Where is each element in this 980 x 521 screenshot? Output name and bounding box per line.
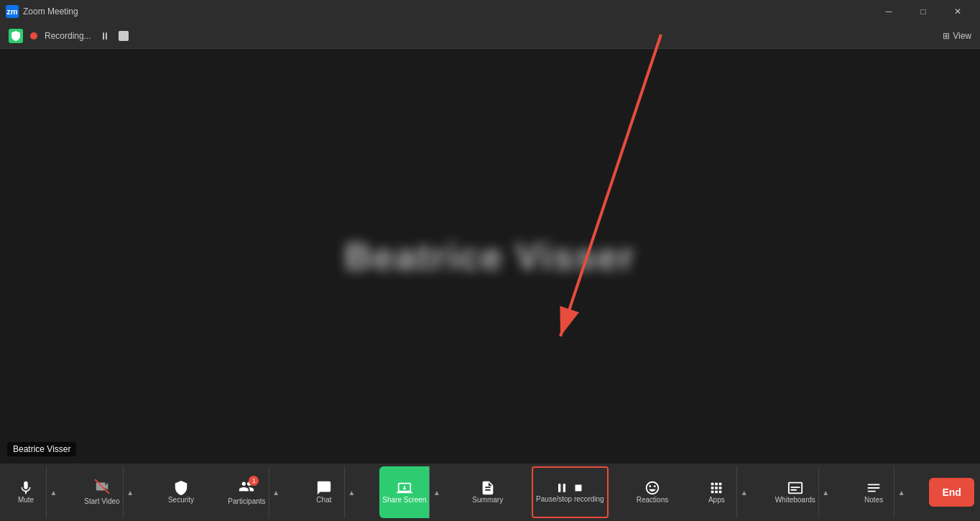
reactions-icon: [644, 480, 660, 496]
apps-label: Apps: [708, 496, 725, 504]
participant-name: Beatrice Visser: [345, 235, 636, 278]
title-left: zm Zoom Meeting: [6, 5, 78, 18]
notes-label: Notes: [864, 496, 883, 504]
window-controls: ─ □ ✕: [872, 0, 974, 23]
stop-icon: [572, 481, 585, 494]
notes-tool: Notes ▲: [854, 466, 908, 518]
reactions-label: Reactions: [637, 496, 668, 504]
security-button[interactable]: Security: [158, 466, 204, 518]
chat-arrow[interactable]: ▲: [344, 466, 359, 518]
pause-stop-icons: [555, 481, 585, 495]
mute-arrow[interactable]: ▲: [46, 466, 60, 518]
view-button[interactable]: ⊞ View: [943, 31, 971, 41]
recording-bar: Recording... ⏸ ⊞ View: [0, 23, 980, 49]
toolbar: Mute ▲ Start Video ▲ Security: [0, 464, 980, 521]
mute-label: Mute: [18, 496, 34, 504]
whiteboards-label: Whiteboards: [775, 496, 815, 504]
pause-icon: [555, 481, 569, 495]
recording-dot-icon: [30, 32, 37, 40]
video-tool: Start Video ▲: [81, 466, 137, 518]
share-screen-label: Share Screen: [382, 496, 426, 504]
summary-button[interactable]: Summary: [465, 466, 511, 518]
participants-icon-wrap: 1: [239, 479, 254, 497]
participants-button[interactable]: 1 Participants: [225, 466, 268, 518]
recording-pause-button[interactable]: ⏸: [98, 29, 111, 42]
summary-label: Summary: [472, 496, 503, 504]
participants-badge: 1: [249, 476, 259, 486]
chat-tool: Chat ▲: [304, 466, 359, 518]
participants-tool: 1 Participants ▲: [225, 466, 282, 518]
apps-button[interactable]: Apps: [696, 466, 736, 518]
apps-tool: Apps ▲: [696, 466, 751, 518]
grid-icon: ⊞: [943, 31, 950, 41]
whiteboards-arrow[interactable]: ▲: [818, 466, 833, 518]
whiteboards-tool: Whiteboards ▲: [772, 466, 833, 518]
share-screen-tool: Share Screen ▲: [379, 466, 443, 518]
name-badge: Beatrice Visser: [7, 442, 76, 456]
svg-line-1: [560, 34, 661, 336]
video-strikethrough: [94, 479, 110, 494]
mute-button[interactable]: Mute: [6, 466, 46, 518]
apps-icon: [708, 480, 724, 496]
recording-label: Recording...: [45, 31, 91, 41]
pause-recording-button[interactable]: Pause/stop recording: [532, 466, 609, 518]
title-bar: zm Zoom Meeting ─ □ ✕: [0, 0, 980, 23]
video-label: Start Video: [84, 497, 119, 506]
main-content: Beatrice Visser Beatrice Visser: [0, 49, 980, 464]
share-screen-icon: [397, 480, 412, 496]
share-screen-button[interactable]: Share Screen: [379, 466, 429, 518]
maximize-button[interactable]: □: [907, 0, 940, 23]
notes-icon: [866, 480, 882, 496]
share-screen-arrow[interactable]: ▲: [429, 466, 443, 518]
chat-label: Chat: [316, 496, 331, 504]
chat-button[interactable]: Chat: [304, 466, 344, 518]
whiteboards-button[interactable]: Whiteboards: [772, 466, 818, 518]
notes-button[interactable]: Notes: [854, 466, 894, 518]
recording-stop-button[interactable]: [119, 31, 129, 41]
close-button[interactable]: ✕: [941, 0, 974, 23]
arrow-annotation: [0, 0, 980, 406]
pause-recording-label: Pause/stop recording: [536, 495, 604, 504]
app-title: Zoom Meeting: [23, 6, 78, 17]
whiteboards-icon: [787, 480, 803, 496]
summary-icon: [480, 480, 496, 496]
microphone-icon: [18, 480, 34, 496]
chat-icon: [316, 480, 332, 496]
zoom-logo-icon: zm: [6, 5, 19, 18]
video-icon-wrap: [94, 479, 110, 497]
minimize-button[interactable]: ─: [872, 0, 905, 23]
participants-label: Participants: [228, 497, 265, 506]
video-arrow[interactable]: ▲: [123, 466, 137, 518]
end-button[interactable]: End: [929, 478, 974, 507]
security-icon: [173, 480, 189, 496]
reactions-button[interactable]: Reactions: [629, 466, 675, 518]
apps-arrow[interactable]: ▲: [736, 466, 751, 518]
video-button[interactable]: Start Video: [81, 466, 122, 518]
mute-tool: Mute ▲: [6, 466, 60, 518]
participants-arrow[interactable]: ▲: [269, 466, 283, 518]
security-label: Security: [168, 496, 194, 504]
notes-arrow[interactable]: ▲: [894, 466, 908, 518]
shield-icon: [9, 29, 23, 43]
